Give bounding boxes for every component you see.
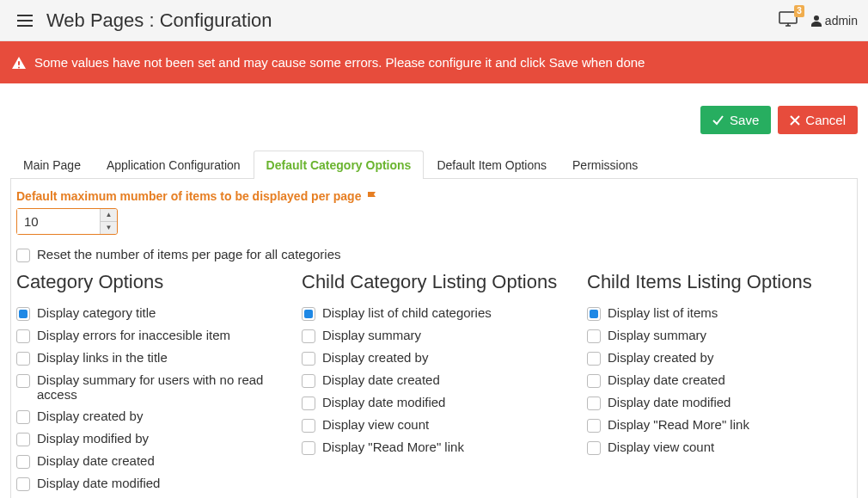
child-category-option-label: Display "Read More" link [322,440,464,454]
category-options-title: Category Options [16,271,281,293]
child-items-option-label: Display view count [608,440,714,454]
child-items-option-checkbox[interactable] [587,307,601,321]
child-category-option-row: Display created by [302,350,566,366]
child-items-option-row: Display view count [587,440,852,455]
child-items-title: Child Items Listing Options [587,271,852,293]
category-option-row: Display category title [16,305,281,321]
category-option-checkbox[interactable] [16,455,30,469]
child-items-option-checkbox[interactable] [587,352,601,366]
items-per-page-field: ▲ ▼ [16,208,118,235]
action-row: Save Cancel [0,83,868,143]
spinner-up[interactable]: ▲ [101,209,117,222]
child-category-option-checkbox[interactable] [302,419,315,433]
category-option-label: Display created by [37,409,143,423]
tab-default-category-options[interactable]: Default Category Options [254,151,425,179]
reset-checkbox-row: Reset the number of items per page for a… [16,247,852,262]
check-icon [712,115,724,126]
child-items-option-checkbox[interactable] [587,374,601,388]
category-option-row: Display errors for inaccesible item [16,328,281,343]
cancel-button-label: Cancel [805,113,846,127]
category-option-label: Display summary for users with no read a… [37,372,281,402]
field-label: Default maximum mumber of items to be di… [16,189,378,203]
child-category-option-row: Display list of child categories [302,305,566,321]
reset-checkbox-label: Reset the number of items per page for a… [37,247,341,261]
category-option-row: Display modified by [16,431,281,446]
child-items-option-label: Display date created [608,372,725,387]
child-category-option-label: Display date modified [322,395,445,409]
user-menu[interactable]: admin [811,14,858,28]
user-name: admin [825,14,858,28]
notifications-badge: 3 [794,5,804,17]
child-items-option-row: Display list of items [587,305,852,321]
category-option-checkbox[interactable] [16,329,30,343]
flag-icon [366,190,378,202]
child-category-option-checkbox[interactable] [302,397,315,410]
alert-banner: Some values have not been set and may ca… [0,41,868,83]
tabs: Main PageApplication ConfigurationDefaul… [10,150,858,179]
category-option-row: Display links in the title [16,350,281,366]
close-icon [790,115,800,126]
category-option-checkbox[interactable] [16,410,30,424]
reset-checkbox[interactable] [16,249,30,262]
save-button[interactable]: Save [700,106,771,134]
child-category-option-row: Display view count [302,417,566,433]
child-category-option-label: Display summary [322,328,421,342]
child-category-column: Child Category Listing Options Display l… [302,271,566,498]
child-items-option-label: Display list of items [608,305,718,320]
child-items-option-row: Display created by [587,350,852,366]
category-option-label: Display date created [37,453,155,468]
child-category-option-checkbox[interactable] [302,329,315,343]
child-items-option-label: Display "Read More" link [608,417,749,432]
alert-text: Some values have not been set and may ca… [34,55,645,70]
child-category-option-row: Display date modified [302,395,566,410]
child-items-option-row: Display date modified [587,395,852,410]
category-option-label: Display links in the title [37,350,168,365]
notifications-button[interactable]: 3 [779,10,799,31]
category-option-label: Display modified by [37,431,149,446]
child-category-title: Child Category Listing Options [302,271,566,293]
child-items-option-row: Display date created [587,372,852,388]
category-option-label: Display errors for inaccesible item [37,328,230,342]
category-option-row: Display date modified [16,476,281,491]
child-items-option-checkbox[interactable] [587,419,601,433]
child-items-option-checkbox[interactable] [587,441,601,455]
items-per-page-input[interactable] [17,209,100,234]
child-category-option-checkbox[interactable] [302,307,315,321]
child-items-option-row: Display summary [587,328,852,343]
category-option-checkbox[interactable] [16,374,30,388]
tab-application-configuration[interactable]: Application Configuration [94,151,254,179]
user-icon [811,15,822,27]
child-category-option-checkbox[interactable] [302,374,315,388]
child-items-option-row: Display "Read More" link [587,417,852,433]
child-items-option-label: Display created by [608,350,713,365]
child-items-option-checkbox[interactable] [587,397,601,410]
field-label-text: Default maximum mumber of items to be di… [16,189,361,203]
child-category-option-checkbox[interactable] [302,441,315,455]
child-items-option-label: Display summary [608,328,706,342]
category-option-row: Display summary for users with no read a… [16,372,281,402]
child-category-option-label: Display view count [322,417,429,432]
category-option-label: Display category title [37,305,156,320]
child-items-option-label: Display date modified [608,395,730,409]
child-category-option-row: Display date created [302,372,566,388]
save-button-label: Save [730,113,759,127]
tab-permissions[interactable]: Permissions [559,151,651,179]
spinner-down[interactable]: ▼ [101,222,117,234]
category-option-label: Display date modified [37,476,160,490]
tab-main-page[interactable]: Main Page [10,151,94,179]
child-items-option-checkbox[interactable] [587,329,601,343]
category-option-checkbox[interactable] [16,477,30,491]
category-option-checkbox[interactable] [16,307,30,321]
tab-default-item-options[interactable]: Default Item Options [424,151,559,179]
child-items-column: Child Items Listing Options Display list… [587,271,852,498]
child-category-option-row: Display "Read More" link [302,440,566,455]
child-category-option-label: Display date created [322,372,440,387]
category-option-checkbox[interactable] [16,352,30,366]
menu-toggle-icon[interactable] [10,11,40,30]
page-title: Web Pages : Configuration [46,9,779,32]
category-option-checkbox[interactable] [16,433,30,446]
child-category-option-checkbox[interactable] [302,352,315,366]
cancel-button[interactable]: Cancel [778,106,858,134]
child-category-option-label: Display list of child categories [322,305,492,320]
category-option-row: Display date created [16,453,281,469]
